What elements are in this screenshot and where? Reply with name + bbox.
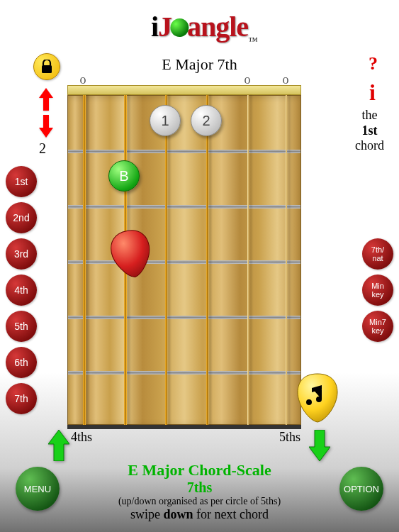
open-marker: o <box>283 72 289 87</box>
option-button[interactable]: OPTION <box>339 467 383 511</box>
mode-column: 7th/ nat Min key Min7 key <box>362 238 393 347</box>
footer-subtitle: 7ths <box>79 480 320 496</box>
fret-wire <box>68 150 300 153</box>
footer-note: (up/down organised as per circle of 5ths… <box>79 496 320 507</box>
menu-button[interactable]: MENU <box>16 467 60 511</box>
degree-3rd-button[interactable]: 3rd <box>6 238 37 270</box>
help-button[interactable]: ? <box>369 53 378 74</box>
nut <box>67 85 301 95</box>
cycle-4ths-arrow[interactable] <box>48 430 69 464</box>
finger-marker[interactable]: 2 <box>191 105 222 136</box>
cycle-5ths-arrow[interactable] <box>309 430 330 464</box>
ordinal-the: the <box>362 108 378 122</box>
degree-1st-button[interactable]: 1st <box>6 166 37 197</box>
info-button[interactable]: i <box>369 79 376 106</box>
degree-4th-button[interactable]: 4th <box>6 275 37 306</box>
logo-ball-icon <box>170 18 189 37</box>
lock-button[interactable] <box>33 53 60 80</box>
root-note-marker[interactable]: B <box>108 160 140 192</box>
fret-wire <box>68 316 300 319</box>
ordinal-chord: chord <box>355 138 384 153</box>
footer-text: E Major Chord-Scale 7ths (up/down organi… <box>79 461 320 522</box>
degree-6th-button[interactable]: 6th <box>6 347 37 378</box>
lock-icon <box>40 60 53 74</box>
string-1[interactable] <box>286 95 287 425</box>
ordinal-indicator: the 1st chord <box>350 108 389 154</box>
logo-rest: angle <box>187 11 248 43</box>
fretboard-end <box>67 425 301 429</box>
direction-5ths-label: 5ths <box>279 430 300 445</box>
fretboard-surface <box>67 95 301 425</box>
degree-7th-button[interactable]: 7th <box>6 383 37 414</box>
degree-column: 1st 2nd 3rd 4th 5th 6th 7th <box>6 166 37 419</box>
red-pick-handle[interactable] <box>106 226 155 282</box>
degree-2nd-button[interactable]: 2nd <box>6 202 37 233</box>
fret-up-button[interactable] <box>39 88 53 113</box>
fret-wire <box>68 205 300 209</box>
footer-title: E Major Chord-Scale <box>79 461 320 480</box>
mode-min-key-button[interactable]: Min key <box>362 275 393 306</box>
fret-down-button[interactable] <box>39 115 53 140</box>
direction-4ths-label: 4ths <box>71 430 92 445</box>
svg-rect-0 <box>42 65 52 73</box>
open-marker: o <box>80 72 86 87</box>
fret-wire <box>68 260 300 264</box>
app-logo: iJangle <box>151 10 248 43</box>
logo-letter-i: i <box>151 11 158 43</box>
mode-7th-nat-button[interactable]: 7th/ nat <box>362 238 393 270</box>
fretboard[interactable]: o o o 1 2 B <box>67 85 301 429</box>
trademark: ™ <box>248 35 258 47</box>
string-4[interactable] <box>165 95 167 425</box>
fret-wire <box>68 371 300 375</box>
open-marker: o <box>245 72 251 87</box>
mode-min7-key-button[interactable]: Min7 key <box>362 311 393 342</box>
fret-position-label: 2 <box>39 140 46 157</box>
degree-5th-button[interactable]: 5th <box>6 311 37 342</box>
ordinal-num: 1st <box>362 123 378 138</box>
string-2[interactable] <box>247 95 249 425</box>
footer-hint: swipe down for next chord <box>79 507 320 522</box>
play-sound-button[interactable] <box>296 372 337 422</box>
string-6[interactable] <box>83 95 86 425</box>
finger-marker[interactable]: 1 <box>150 105 181 136</box>
string-3[interactable] <box>206 95 208 425</box>
chord-title: E Major 7th <box>162 55 237 74</box>
